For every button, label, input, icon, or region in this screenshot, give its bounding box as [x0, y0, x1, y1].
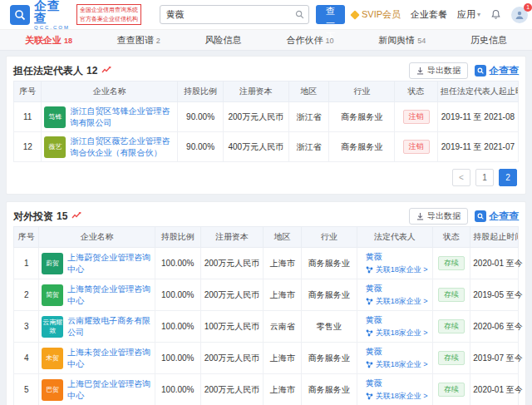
- tab-1[interactable]: 关联企业18: [25, 34, 72, 47]
- tab-3[interactable]: 风险信息: [205, 34, 242, 47]
- apps-label: 应用: [457, 8, 475, 21]
- region: 上海市: [264, 279, 302, 311]
- certification-badge: 全国企业信用查询系统 官方备案企业征信机构: [76, 4, 141, 24]
- status-badge: 注销: [403, 110, 430, 124]
- investment-table: 序号企业名称持股比例注册资本地区行业法定代表人状态持股起止时间1蔚贺上海蔚贺企业…: [13, 226, 519, 405]
- export-data-button[interactable]: 导出数据: [409, 62, 468, 79]
- tab-count: 2: [156, 37, 160, 45]
- tab-label: 关联企业: [25, 34, 62, 47]
- company-cell: 云南耀致云南耀致电子商务有限公司: [39, 311, 155, 343]
- qcc-brand-mark: 企查查: [475, 210, 519, 224]
- tab-2[interactable]: 查查图谱2: [117, 34, 160, 47]
- svip-member-link[interactable]: SVIP会员: [352, 8, 401, 21]
- industry: 零售业: [301, 311, 357, 343]
- column-header: 企业名称: [42, 81, 178, 102]
- status-cell: 存续: [432, 311, 470, 343]
- share-ratio: 100.00%: [155, 279, 200, 311]
- table-header-row: 序号企业名称持股比例注册资本地区行业法定代表人状态持股起止时间: [14, 227, 519, 248]
- diamond-icon: [350, 10, 359, 19]
- column-header: 行业: [329, 81, 395, 102]
- section-title: 对外投资: [13, 210, 53, 224]
- column-header: 序号: [14, 81, 42, 102]
- company-link[interactable]: 浙江自贸区笃锋企业管理咨询有限公司: [70, 106, 175, 128]
- company-link[interactable]: 上海蔚贺企业管理咨询中心: [67, 252, 152, 274]
- investment-section-header: 对外投资 15 导出数据 企查查: [13, 206, 519, 226]
- legal-rep-link[interactable]: 黄薇: [366, 347, 382, 356]
- qcc-brand-label: 企查查: [489, 64, 519, 78]
- tab-label: 新闻舆情: [378, 34, 415, 47]
- column-header: 企业名称: [39, 227, 155, 248]
- legal-rep-link[interactable]: 黄薇: [366, 378, 382, 388]
- association-link[interactable]: 关联18家企业 >: [376, 264, 428, 275]
- header-right: SVIP会员 企业套餐 应用 ▾ 1: [352, 7, 528, 23]
- company-link[interactable]: 浙江自贸区薇艺企业管理咨询合伙企业（有限合伙）: [70, 136, 175, 158]
- company-cell: 巴贺上海巴贺企业管理咨询中心: [39, 374, 155, 405]
- share-ratio: 90.00%: [178, 132, 224, 162]
- tab-label: 合作伙伴: [286, 34, 323, 47]
- user-avatar[interactable]: 1: [511, 7, 528, 23]
- certification-line1: 全国企业信用查询系统: [80, 6, 138, 14]
- registered-capital: 200万元人民币: [200, 374, 264, 405]
- tab-4[interactable]: 合作伙伴10: [286, 34, 333, 47]
- registered-capital: 200万元人民币: [200, 343, 264, 374]
- legal-rep-table: 序号企业名称持股比例注册资本地区行业状态担任法定代表人起止时间11笃锋浙江自贸区…: [13, 81, 519, 162]
- export-label: 导出数据: [427, 65, 461, 77]
- association-graph-icon: [366, 298, 373, 305]
- column-header: 持股比例: [178, 81, 224, 102]
- industry: 商务服务业: [301, 374, 357, 405]
- pagination-prev[interactable]: <: [452, 169, 470, 186]
- association-link[interactable]: 关联18家企业 >: [376, 296, 428, 307]
- apps-menu[interactable]: 应用 ▾: [457, 8, 480, 21]
- tab-6[interactable]: 历史信息: [470, 34, 507, 47]
- search-button[interactable]: 查一下: [316, 5, 345, 24]
- legal-rep-cell: 黄薇关联18家企业 >: [357, 343, 432, 374]
- legal-rep-link[interactable]: 黄薇: [366, 315, 382, 324]
- association-link[interactable]: 关联18家企业 >: [376, 391, 428, 402]
- company-link[interactable]: 上海未贺企业管理咨询中心: [67, 347, 152, 369]
- tab-label: 查查图谱: [117, 34, 154, 47]
- section-title: 担任法定代表人: [13, 64, 83, 78]
- column-header: 持股起止时间: [470, 227, 519, 248]
- certification-line2: 官方备案企业征信机构: [80, 15, 138, 23]
- share-ratio: 100.00%: [155, 343, 200, 374]
- column-header: 法定代表人: [357, 227, 432, 248]
- row-index: 4: [14, 343, 39, 374]
- chevron-down-icon: ▾: [477, 11, 480, 18]
- investment-section: 对外投资 15 导出数据 企查查 序号企业名称持股比例注册资本地区行业法定代表人…: [6, 201, 526, 405]
- share-ratio: 100.00%: [155, 374, 200, 405]
- qcc-logo[interactable]: 企查查 QCC.COM: [10, 0, 70, 30]
- legal-rep-cell: 黄薇关联18家企业 >: [357, 374, 432, 405]
- table-header-row: 序号企业名称持股比例注册资本地区行业状态担任法定代表人起止时间: [14, 81, 519, 102]
- section-count: 12: [86, 65, 97, 77]
- share-ratio: 90.00%: [178, 102, 224, 132]
- status-cell: 存续: [432, 248, 470, 279]
- status-cell: 存续: [432, 279, 470, 311]
- export-data-button[interactable]: 导出数据: [409, 208, 468, 225]
- company-link[interactable]: 上海巴贺企业管理咨询中心: [67, 378, 152, 401]
- association-link[interactable]: 关联18家企业 >: [376, 359, 428, 370]
- logo-domain: QCC.COM: [34, 25, 70, 30]
- notification-bell-icon[interactable]: [490, 9, 501, 20]
- registered-capital: 200万元人民币: [200, 279, 264, 311]
- region: 上海市: [264, 343, 302, 374]
- association-link[interactable]: 关联18家企业 >: [376, 328, 428, 338]
- legal-rep-link[interactable]: 黄薇: [366, 284, 382, 293]
- pagination-page-1[interactable]: 1: [475, 169, 494, 186]
- tab-count: 18: [64, 37, 72, 45]
- company-link[interactable]: 上海简贺企业管理咨询中心: [67, 284, 152, 306]
- trend-icon: [101, 66, 111, 76]
- pagination-page-2[interactable]: 2: [499, 169, 517, 186]
- company-logo: 笃锋: [44, 106, 66, 128]
- column-header: 状态: [395, 81, 438, 102]
- table-row: 11笃锋浙江自贸区笃锋企业管理咨询有限公司90.00%200万元人民币浙江省商务…: [14, 102, 519, 132]
- company-link[interactable]: 云南耀致电子商务有限公司: [67, 315, 152, 338]
- legal-rep-link[interactable]: 黄薇: [366, 252, 382, 261]
- tab-5[interactable]: 新闻舆情54: [378, 34, 426, 47]
- section-actions: 导出数据 企查查: [409, 62, 519, 79]
- association-graph-icon: [366, 393, 373, 400]
- column-header: 持股比例: [155, 227, 200, 248]
- enterprise-package-link[interactable]: 企业套餐: [411, 8, 447, 21]
- search-icon[interactable]: [290, 10, 308, 19]
- search-input[interactable]: [160, 10, 290, 20]
- table-row: 12薇艺浙江自贸区薇艺企业管理咨询合伙企业（有限合伙）90.00%400万元人民…: [14, 132, 519, 162]
